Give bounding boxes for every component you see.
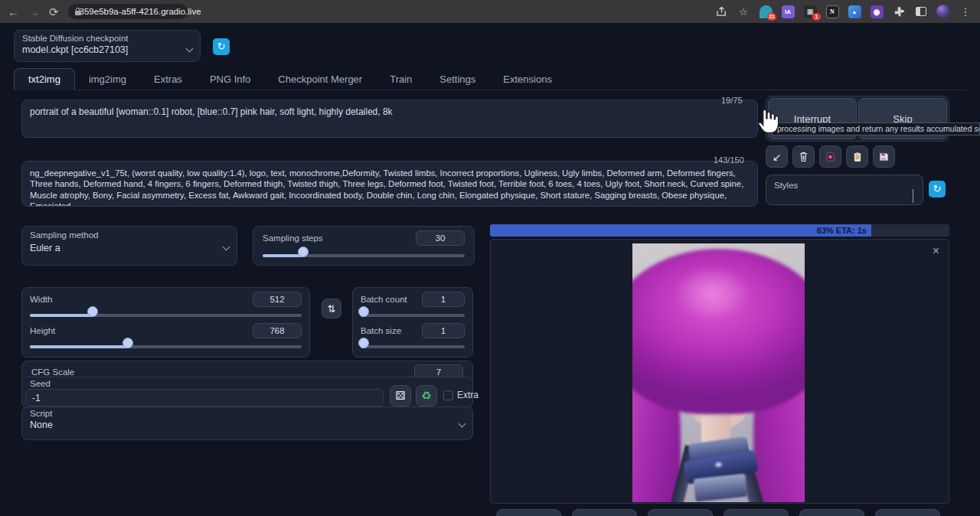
tab-txt2img[interactable]: txt2img: [14, 68, 75, 90]
browser-toolbar: ← → ⟳ 359e5b9a-a5ff-4216.gradio.live ☆ 2…: [0, 0, 980, 23]
height-input[interactable]: [253, 323, 302, 338]
random-seed-dice-button[interactable]: ⚄: [390, 385, 411, 407]
generated-image-layer: [664, 259, 760, 326]
batch-size-label: Batch size: [361, 326, 401, 335]
main-tabs: txt2img img2img Extras PNG Info Checkpoi…: [14, 67, 966, 90]
checkpoint-dropdown[interactable]: Stable Diffusion checkpoint model.ckpt […: [14, 30, 201, 62]
prompt-tools: ↙: [766, 145, 895, 168]
negative-prompt-input[interactable]: ng_deepnegative_v1_75t, (worst quality, …: [21, 161, 758, 207]
extensions-puzzle-icon[interactable]: [892, 5, 906, 18]
sampling-method-value: Euler a: [30, 243, 60, 253]
generated-image-layer: [694, 474, 747, 502]
sampling-steps-control: Sampling steps: [253, 226, 475, 266]
chevron-down-icon: [459, 420, 466, 427]
mouse-hand-cursor: [755, 107, 781, 139]
chevron-down-icon: [186, 44, 194, 52]
width-input[interactable]: [253, 292, 302, 307]
photos-extension-icon[interactable]: ▲: [848, 5, 861, 18]
checkpoint-value: model.ckpt [cc6cb27103]: [22, 44, 128, 55]
height-label: Height: [30, 326, 55, 335]
styles-dropdown[interactable]: Styles: [766, 175, 923, 205]
styles-label: Styles: [774, 181, 798, 190]
script-label: Script: [30, 409, 465, 418]
reload-icon[interactable]: ⟳: [49, 6, 59, 18]
bookmark-star-icon[interactable]: ☆: [737, 5, 750, 18]
tab-settings[interactable]: Settings: [426, 69, 489, 90]
tab-extensions[interactable]: Extensions: [489, 69, 566, 90]
batch-size-slider[interactable]: [361, 341, 465, 352]
generated-image[interactable]: [632, 243, 805, 502]
height-slider[interactable]: [30, 341, 302, 352]
seed-extra-checkbox[interactable]: Extra: [443, 390, 479, 400]
close-preview-icon[interactable]: ×: [933, 244, 939, 258]
save-style-floppy-button[interactable]: [873, 145, 895, 168]
reuse-seed-recycle-button[interactable]: ♻: [416, 385, 437, 407]
read-generation-params-button[interactable]: ↙: [766, 145, 788, 168]
extra-networks-card-button[interactable]: [819, 145, 841, 168]
chevron-down-icon: [913, 189, 913, 203]
screen: ← → ⟳ 359e5b9a-a5ff-4216.gradio.live ☆ 2…: [0, 0, 980, 516]
share-icon[interactable]: [714, 5, 728, 18]
webui-app: Stable Diffusion checkpoint model.ckpt […: [0, 23, 980, 516]
sampling-method-dropdown[interactable]: Sampling method Euler a: [21, 226, 237, 266]
clear-prompt-trash-button[interactable]: [792, 145, 815, 168]
apply-styles-clipboard-button[interactable]: [846, 145, 868, 168]
prompt-token-counter: 19/75: [721, 96, 743, 105]
batch-count-label: Batch count: [361, 295, 407, 304]
seed-block: Seed ⚄ ♻ Extra: [21, 377, 473, 409]
checkbox-icon: [443, 390, 453, 400]
capture-badge: 1: [812, 13, 821, 21]
url-text: 359e5b9a-a5ff-4216.gradio.live: [80, 7, 201, 16]
progress-text: 83% ETA: 1s: [817, 224, 867, 237]
side-panel-icon[interactable]: [914, 5, 928, 18]
profile-avatar[interactable]: [936, 5, 950, 18]
output-action-button[interactable]: [572, 509, 637, 516]
width-label: Width: [30, 295, 52, 304]
tab-train[interactable]: Train: [376, 69, 426, 90]
sampling-steps-slider[interactable]: [263, 250, 465, 261]
prompt-input[interactable]: portrait of a beautiful [woman::0.1] rob…: [21, 100, 758, 138]
styles-refresh-button[interactable]: ↻: [929, 181, 946, 198]
interrupt-tooltip: processing images and return any results…: [772, 122, 980, 136]
checkpoint-label: Stable Diffusion checkpoint: [22, 34, 192, 43]
script-value: None: [30, 420, 53, 430]
chevron-down-icon: [223, 243, 230, 250]
tab-img2img[interactable]: img2img: [75, 69, 140, 90]
purple-app-extension-icon[interactable]: ◉: [870, 5, 884, 18]
forward-icon[interactable]: →: [28, 6, 40, 18]
browser-menu-icon[interactable]: ⋮: [959, 5, 972, 18]
notion-extension-icon[interactable]: N: [825, 5, 839, 18]
address-bar[interactable]: 359e5b9a-a5ff-4216.gradio.live: [68, 4, 188, 19]
cfg-scale-label: CFG Scale: [31, 367, 74, 377]
output-action-button[interactable]: [875, 509, 940, 516]
sampling-steps-label: Sampling steps: [263, 234, 323, 243]
checkpoint-refresh-button[interactable]: ↻: [213, 38, 230, 55]
generation-progress-bar: 83% ETA: 1s: [490, 224, 949, 237]
tab-checkpoint-merger[interactable]: Checkpoint Merger: [264, 69, 376, 90]
seed-extra-label: Extra: [457, 390, 479, 400]
output-action-button[interactable]: [496, 509, 561, 516]
ia-extension-icon[interactable]: IA: [781, 5, 795, 18]
tab-extras[interactable]: Extras: [140, 69, 196, 90]
sampling-steps-input[interactable]: [416, 230, 465, 246]
batch-size-input[interactable]: [422, 323, 465, 338]
pin-extension-icon[interactable]: 21: [759, 5, 773, 18]
negative-prompt-token-counter: 143/150: [714, 155, 744, 165]
output-action-button[interactable]: [648, 509, 713, 516]
pin-badge: 21: [767, 13, 776, 21]
script-dropdown[interactable]: Script None: [21, 407, 473, 440]
output-action-button[interactable]: [724, 509, 789, 516]
output-action-buttons: [496, 509, 940, 516]
capture-extension-icon[interactable]: ▣ 1: [803, 5, 817, 18]
batch-count-slider[interactable]: [361, 310, 465, 321]
output-action-button[interactable]: [799, 509, 864, 516]
seed-label: Seed: [30, 379, 51, 388]
back-icon[interactable]: ←: [8, 6, 19, 18]
seed-input[interactable]: [25, 389, 384, 407]
tab-png-info[interactable]: PNG Info: [196, 69, 264, 90]
dimensions-block: Width Height: [21, 287, 310, 358]
width-slider[interactable]: [30, 310, 302, 321]
batch-block: Batch count Batch size: [352, 287, 473, 358]
batch-count-input[interactable]: [422, 292, 465, 307]
swap-dimensions-button[interactable]: ⇅: [322, 299, 341, 318]
